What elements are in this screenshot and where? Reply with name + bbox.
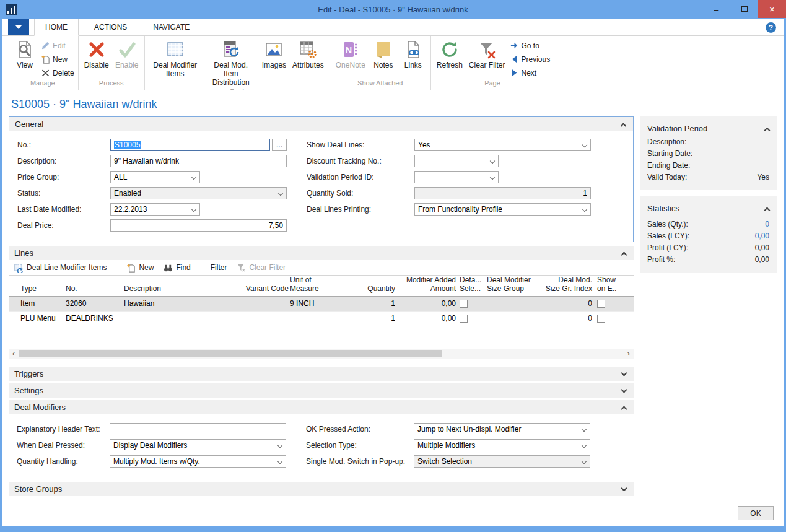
lines-new-button[interactable]: New	[123, 263, 157, 273]
scroll-right-button[interactable]: ›	[624, 349, 634, 359]
notes-button[interactable]: Notes	[370, 38, 397, 71]
column-header[interactable]: Unit of Measure	[290, 276, 330, 294]
default-selected-checkbox[interactable]	[460, 300, 468, 308]
lines-fasttab-header[interactable]: Lines	[9, 246, 634, 260]
store-groups-fasttab-header[interactable]: Store Groups	[9, 482, 634, 496]
assist-edit-button[interactable]: ...	[272, 139, 287, 151]
application-window: Edit - Deal - S10005 · 9" Hawaiian w/dri…	[0, 0, 786, 532]
deal-modifiers-fields: Explanatory Header Text: OK Pressed Acti…	[9, 414, 634, 471]
column-header[interactable]: Variant Code	[237, 284, 289, 293]
lines-clear-filter-button[interactable]: Clear Filter	[234, 263, 289, 273]
quantity-handling-select[interactable]: Multiply Mod. Items w/Qty.	[110, 455, 286, 468]
factbox-title[interactable]: Statistics	[647, 201, 769, 216]
clear-filter-button[interactable]: Clear Filter	[467, 38, 507, 71]
new-document-icon	[41, 55, 50, 64]
default-selected-checkbox[interactable]	[460, 315, 468, 323]
factbox-title[interactable]: Validation Period	[647, 121, 769, 136]
onenote-button[interactable]: N OneNote	[334, 38, 367, 71]
tab-actions[interactable]: ACTIONS	[84, 19, 138, 35]
deal-line-modifier-items-button[interactable]: Deal Line Modifier Items	[11, 263, 110, 273]
ribbon-group-show-attached: N OneNote Notes Links Show Attached	[330, 36, 431, 90]
column-header[interactable]: Deal Modifier Size Group	[487, 276, 541, 294]
scrollbar-track[interactable]	[19, 349, 624, 359]
description-input[interactable]: 9" Hawaiian w/drink	[110, 155, 287, 167]
column-header[interactable]: Quantity	[331, 284, 395, 293]
field-label: OK Pressed Action:	[306, 425, 414, 434]
settings-fasttab-header[interactable]: Settings	[9, 383, 634, 398]
show-on-checkbox[interactable]	[597, 315, 605, 323]
discount-tracking-select[interactable]	[414, 155, 499, 167]
previous-button[interactable]: Previous	[510, 53, 551, 65]
app-menu-button[interactable]	[8, 19, 29, 35]
field-label: Deal Lines Printing:	[307, 205, 414, 214]
help-button[interactable]: ?	[766, 22, 776, 33]
column-header[interactable]: Description	[124, 284, 235, 293]
ok-button[interactable]: OK	[738, 506, 774, 520]
chevron-down-icon	[582, 459, 587, 464]
field-label: Selection Type:	[306, 441, 414, 450]
enable-button[interactable]: Enable	[113, 38, 141, 71]
refresh-button[interactable]: Refresh	[435, 38, 465, 71]
selection-type-select[interactable]: Multiple Modifiers	[414, 439, 590, 451]
triggers-fasttab-header[interactable]: Triggers	[9, 367, 634, 381]
ok-pressed-action-select[interactable]: Jump to Next Un-displ. Modifier	[414, 423, 590, 435]
column-header[interactable]: Deal Mod. Size Gr. Index	[543, 276, 592, 294]
close-button[interactable]: ×	[758, 0, 786, 18]
sales-lcy-link[interactable]: 0,00	[755, 232, 769, 240]
lines-filter-button[interactable]: Filter	[207, 263, 230, 272]
field-label: Single Mod. Switch in Pop-up:	[306, 457, 414, 466]
goto-button[interactable]: Go to	[510, 40, 551, 51]
deal-lines-printing-select[interactable]: From Functionality Profile	[414, 203, 591, 216]
lines-find-button[interactable]: Find	[160, 263, 193, 273]
tab-navigate[interactable]: NAVIGATE	[142, 19, 200, 35]
chevron-down-icon	[191, 175, 196, 180]
factbox-pane: Validation Period Description: Starting …	[640, 116, 777, 279]
view-button[interactable]: View	[11, 38, 38, 71]
minimize-button[interactable]: –	[702, 0, 730, 18]
field-label: Profit %:	[647, 255, 675, 264]
page-content: S10005 · 9" Hawaiian w/drink General No.…	[2, 90, 784, 526]
show-deal-lines-select[interactable]: Yes	[414, 139, 591, 151]
sales-qty-link[interactable]: 0	[765, 220, 769, 229]
table-row[interactable]: PLU Menu DEALDRINKS 1 0,00 0	[9, 312, 634, 326]
images-button[interactable]: Images	[260, 38, 288, 71]
new-button[interactable]: New	[41, 53, 74, 65]
price-group-select[interactable]: ALL	[110, 171, 200, 183]
delete-button[interactable]: Delete	[41, 67, 74, 79]
scroll-left-button[interactable]: ‹	[9, 349, 19, 359]
table-row[interactable]: Item 32060 Hawaiian 9 INCH 1 0,00 0	[9, 297, 634, 312]
attributes-button[interactable]: Attributes	[290, 38, 326, 71]
links-button[interactable]: Links	[400, 38, 427, 71]
column-header[interactable]: Modifier Added Amount	[396, 276, 456, 294]
tab-home[interactable]: HOME	[34, 19, 79, 36]
no-input[interactable]: S10005	[110, 139, 270, 151]
edit-button[interactable]: Edit	[41, 40, 74, 51]
show-on-checkbox[interactable]	[597, 300, 605, 308]
deal-modifier-items-button[interactable]: Deal Modifier Items	[149, 38, 202, 80]
next-button[interactable]: Next	[510, 67, 551, 79]
last-date-modified-select[interactable]: 22.2.2013	[110, 203, 200, 216]
status-select[interactable]: Enabled	[110, 187, 287, 199]
field-label: Discount Tracking No.:	[307, 157, 414, 165]
deal-mod-item-distribution-button[interactable]: Deal Mod. Item Distribution	[204, 38, 258, 88]
column-header[interactable]: No.	[66, 284, 123, 293]
disable-button[interactable]: Disable	[82, 38, 111, 71]
column-header[interactable]: Show on E..	[593, 276, 621, 294]
column-header[interactable]: Type	[9, 284, 64, 293]
quantity-sold-field: 1	[414, 187, 591, 199]
minimize-icon: –	[714, 4, 719, 14]
horizontal-scrollbar[interactable]: ‹ ›	[9, 349, 634, 359]
general-fasttab-header[interactable]: General	[9, 117, 633, 131]
ribbon-group-label: Show Attached	[334, 79, 427, 90]
lines-toolbar: Deal Line Modifier Items New Find	[9, 260, 634, 276]
column-header[interactable]: Defa... Sele...	[457, 276, 486, 294]
scrollbar-thumb[interactable]	[19, 350, 442, 357]
explanatory-header-text-input[interactable]	[110, 423, 286, 435]
deal-modifiers-fasttab-header[interactable]: Deal Modifiers	[9, 400, 634, 414]
validation-period-id-select[interactable]	[414, 171, 499, 183]
ribbon: View Edit New Delete	[2, 36, 784, 90]
deal-price-input[interactable]: 7,50	[110, 219, 287, 232]
when-deal-pressed-select[interactable]: Display Deal Modifiers	[110, 439, 286, 451]
single-mod-switch-select[interactable]: Switch Selection	[414, 455, 590, 468]
maximize-button[interactable]	[730, 0, 758, 18]
